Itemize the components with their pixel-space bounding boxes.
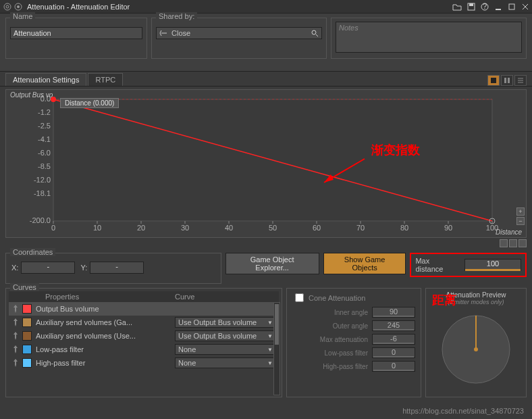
svg-text:50: 50 — [269, 224, 277, 232]
svg-text:-18.1: -18.1 — [34, 189, 51, 197]
svg-text:90: 90 — [444, 224, 452, 232]
close-icon[interactable] — [521, 3, 529, 11]
y-axis-label: Output Bus vo — [10, 91, 53, 99]
color-swatch[interactable] — [22, 358, 32, 368]
open-icon[interactable] — [452, 3, 462, 11]
zoom-out-v-icon[interactable]: − — [516, 217, 525, 225]
svg-text:-2.5: -2.5 — [38, 122, 51, 130]
pin-icon[interactable] — [11, 331, 20, 341]
cone-title: Cone Attenuation — [309, 294, 365, 302]
curve-graph[interactable]: Output Bus vo Distance (0.000) 0.0-1.2-2… — [5, 89, 527, 238]
cone-attenuation-panel: Cone Attenuation Inner angle90 Outer ang… — [286, 288, 421, 397]
name-input[interactable] — [10, 27, 142, 39]
tab-rtpc[interactable]: RTPC — [88, 73, 123, 86]
curve-property: Low-pass filter — [36, 345, 175, 353]
inner-angle-input[interactable]: 90 — [372, 307, 415, 318]
svg-text:20: 20 — [137, 224, 145, 232]
lpf-input[interactable]: 0 — [372, 347, 415, 358]
curve-row[interactable]: Auxiliary send volumes (Use...Use Output… — [9, 329, 279, 343]
zoom-out-h-icon[interactable] — [518, 239, 527, 247]
pin-icon[interactable] — [11, 304, 20, 314]
col-curve[interactable]: Curve — [175, 293, 276, 301]
hpf-input[interactable]: 0 — [372, 361, 415, 372]
annotation-gradient: 渐变指数 — [371, 142, 420, 158]
annotation-distance: 距离 — [432, 292, 456, 308]
graph-svg: 0.0-1.2-2.5-4.1-6.0-8.5-12.0-18.1-200.0 … — [6, 90, 526, 237]
save-icon[interactable] — [467, 3, 475, 11]
curve-row[interactable]: Auxiliary send volumes (Ga...Use Output … — [9, 316, 279, 329]
notes-input[interactable]: Notes — [336, 22, 522, 53]
curve-row[interactable]: Low-pass filterNone▼ — [9, 343, 279, 356]
x-axis-label: Distance — [496, 228, 522, 236]
svg-text:-200.0: -200.0 — [30, 216, 51, 224]
outer-angle-input[interactable]: 245 — [372, 320, 415, 331]
svg-line-11 — [316, 34, 318, 36]
max-att-input[interactable]: -6 — [372, 334, 415, 345]
shared-value[interactable]: Close — [171, 29, 190, 37]
color-swatch[interactable] — [22, 318, 32, 327]
col-properties[interactable]: Properties — [45, 293, 175, 301]
curve-property: Output Bus volume — [36, 305, 175, 313]
curve-property: Auxiliary send volumes (Use... — [36, 332, 175, 340]
max-distance-label: Max distance — [415, 257, 459, 273]
curve-row[interactable]: Output Bus volume — [9, 302, 279, 316]
search-icon[interactable] — [311, 29, 319, 37]
coord-label: Coordinates — [10, 248, 55, 256]
curve-row[interactable]: High-pass filterNone▼ — [9, 356, 279, 370]
maximize-icon[interactable] — [508, 3, 516, 11]
svg-rect-14 — [508, 78, 510, 83]
curves-scrollbar[interactable] — [273, 302, 280, 395]
max-distance-slider[interactable] — [465, 269, 521, 271]
color-swatch[interactable] — [22, 304, 32, 314]
game-object-explorer-button[interactable]: Game Object Explorer... — [225, 253, 319, 274]
max-att-label: Max attenuation — [292, 336, 368, 343]
svg-marker-58 — [324, 174, 334, 182]
y-input[interactable]: - — [90, 262, 144, 274]
curve-type-dropdown[interactable]: Use Output Bus volume▼ — [175, 330, 276, 341]
svg-rect-12 — [491, 78, 496, 83]
svg-text:0: 0 — [51, 224, 55, 232]
object-icon — [14, 2, 23, 11]
pin-icon[interactable] — [11, 358, 20, 368]
svg-text:10: 10 — [93, 224, 101, 232]
zoom-in-h-icon[interactable] — [509, 239, 517, 247]
curve-type-dropdown[interactable]: Use Output Bus volume▼ — [175, 317, 276, 328]
help-icon[interactable]: ? — [481, 3, 489, 11]
x-label: X: — [11, 264, 18, 272]
view-single-icon[interactable] — [487, 75, 500, 86]
zoom-in-v-icon[interactable]: + — [516, 207, 525, 216]
view-list-icon[interactable] — [514, 75, 527, 86]
x-input[interactable]: - — [21, 262, 75, 274]
cone-checkbox[interactable] — [295, 293, 304, 302]
curve-type-dropdown[interactable]: None▼ — [175, 344, 276, 355]
fit-icon[interactable] — [500, 239, 508, 247]
name-label: Name — [10, 12, 35, 20]
y-label: Y: — [80, 264, 87, 272]
svg-text:70: 70 — [356, 224, 365, 232]
shared-by-panel: Shared by: Close — [151, 18, 327, 59]
annotation-arrow-icon — [317, 155, 371, 189]
svg-rect-9 — [509, 4, 514, 9]
lpf-label: Low-pass filter — [292, 349, 368, 357]
svg-text:40: 40 — [225, 224, 233, 232]
color-swatch[interactable] — [22, 345, 32, 354]
svg-text:60: 60 — [313, 224, 321, 232]
curve-type-dropdown[interactable]: None▼ — [175, 358, 276, 368]
color-swatch[interactable] — [22, 331, 32, 341]
cursor-tooltip: Distance (0.000) — [60, 98, 119, 108]
svg-point-10 — [312, 30, 316, 34]
svg-point-0 — [4, 3, 11, 10]
preview-graphic — [429, 305, 523, 387]
col-blank — [11, 293, 45, 301]
minimize-icon[interactable] — [494, 3, 502, 11]
name-panel: Name — [5, 18, 147, 59]
pin-icon[interactable] — [11, 318, 20, 327]
window-title: Attenuation - Attenuation Editor — [27, 3, 452, 11]
reference-icon[interactable] — [159, 29, 169, 37]
coordinates-panel: Coordinates X:- Y:- — [5, 253, 221, 284]
show-game-objects-button[interactable]: Show Game Objects — [323, 253, 406, 274]
tab-attenuation-settings[interactable]: Attenuation Settings — [5, 73, 86, 86]
pin-icon[interactable] — [11, 345, 20, 354]
view-split-icon[interactable] — [501, 75, 513, 86]
svg-text:-6.0: -6.0 — [38, 149, 51, 157]
